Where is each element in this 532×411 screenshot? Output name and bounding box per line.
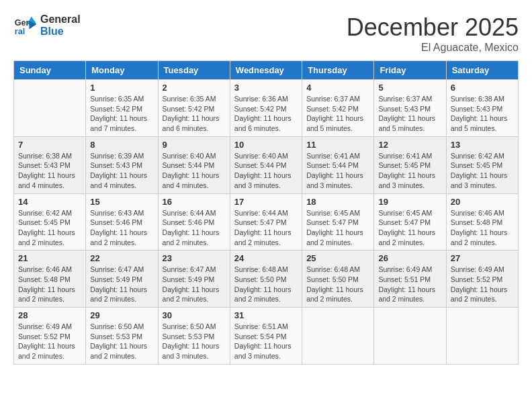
calendar-header-row: SundayMondayTuesdayWednesdayThursdayFrid…	[14, 61, 519, 80]
day-number: 5	[378, 83, 441, 93]
day-number: 2	[163, 83, 226, 93]
day-number: 4	[306, 83, 369, 93]
calendar-table: SundayMondayTuesdayWednesdayThursdayFrid…	[13, 60, 519, 365]
day-number: 8	[90, 140, 153, 150]
title-block: December 2025 El Aguacate, Mexico	[347, 13, 519, 54]
day-info: Sunrise: 6:46 AM Sunset: 5:48 PM Dayligh…	[451, 208, 514, 248]
calendar-week-row: 1Sunrise: 6:35 AM Sunset: 5:42 PM Daylig…	[14, 80, 519, 137]
day-number: 13	[451, 140, 514, 150]
calendar-cell: 6Sunrise: 6:38 AM Sunset: 5:43 PM Daylig…	[446, 80, 518, 137]
day-info: Sunrise: 6:35 AM Sunset: 5:42 PM Dayligh…	[163, 94, 226, 134]
day-number: 28	[18, 310, 81, 320]
day-number: 29	[90, 310, 153, 320]
day-number: 6	[451, 83, 514, 93]
logo-icon: Gene ral	[13, 13, 38, 38]
day-info: Sunrise: 6:45 AM Sunset: 5:47 PM Dayligh…	[378, 208, 441, 248]
day-number: 16	[163, 197, 226, 207]
calendar-week-row: 21Sunrise: 6:46 AM Sunset: 5:48 PM Dayli…	[14, 250, 519, 308]
calendar-cell: 27Sunrise: 6:49 AM Sunset: 5:52 PM Dayli…	[446, 250, 518, 308]
calendar-cell: 21Sunrise: 6:46 AM Sunset: 5:48 PM Dayli…	[14, 250, 86, 308]
day-number: 20	[451, 197, 514, 207]
calendar-cell: 4Sunrise: 6:37 AM Sunset: 5:42 PM Daylig…	[302, 80, 374, 137]
day-number: 25	[306, 253, 369, 263]
day-number: 17	[234, 197, 298, 207]
day-header-wednesday: Wednesday	[230, 61, 302, 80]
day-number: 14	[18, 197, 81, 207]
day-info: Sunrise: 6:46 AM Sunset: 5:48 PM Dayligh…	[18, 265, 81, 304]
day-info: Sunrise: 6:39 AM Sunset: 5:43 PM Dayligh…	[90, 151, 153, 191]
calendar-cell: 28Sunrise: 6:49 AM Sunset: 5:52 PM Dayli…	[14, 308, 86, 365]
day-info: Sunrise: 6:48 AM Sunset: 5:50 PM Dayligh…	[306, 265, 369, 304]
day-info: Sunrise: 6:44 AM Sunset: 5:47 PM Dayligh…	[234, 208, 298, 248]
day-number: 26	[378, 253, 441, 263]
day-number: 15	[90, 197, 153, 207]
day-info: Sunrise: 6:49 AM Sunset: 5:52 PM Dayligh…	[18, 322, 81, 361]
day-info: Sunrise: 6:51 AM Sunset: 5:54 PM Dayligh…	[234, 322, 298, 361]
calendar-cell	[302, 308, 374, 365]
calendar-week-row: 7Sunrise: 6:38 AM Sunset: 5:43 PM Daylig…	[14, 136, 519, 193]
day-number: 22	[90, 253, 153, 263]
day-info: Sunrise: 6:42 AM Sunset: 5:45 PM Dayligh…	[451, 151, 514, 191]
calendar-cell: 5Sunrise: 6:37 AM Sunset: 5:43 PM Daylig…	[374, 80, 446, 137]
day-info: Sunrise: 6:40 AM Sunset: 5:44 PM Dayligh…	[163, 151, 226, 191]
day-number: 24	[234, 253, 298, 263]
calendar-cell: 18Sunrise: 6:45 AM Sunset: 5:47 PM Dayli…	[302, 193, 374, 250]
calendar-cell: 24Sunrise: 6:48 AM Sunset: 5:50 PM Dayli…	[230, 250, 302, 308]
calendar-cell	[374, 308, 446, 365]
logo-text-line2: Blue	[40, 26, 81, 38]
calendar-week-row: 28Sunrise: 6:49 AM Sunset: 5:52 PM Dayli…	[14, 308, 519, 365]
day-header-sunday: Sunday	[14, 61, 86, 80]
calendar-cell: 10Sunrise: 6:40 AM Sunset: 5:44 PM Dayli…	[230, 136, 302, 193]
day-info: Sunrise: 6:49 AM Sunset: 5:52 PM Dayligh…	[451, 265, 514, 304]
day-number: 23	[163, 253, 226, 263]
day-info: Sunrise: 6:41 AM Sunset: 5:44 PM Dayligh…	[306, 151, 369, 191]
calendar-cell: 23Sunrise: 6:47 AM Sunset: 5:49 PM Dayli…	[158, 250, 230, 308]
day-info: Sunrise: 6:47 AM Sunset: 5:49 PM Dayligh…	[90, 265, 153, 304]
calendar-cell: 8Sunrise: 6:39 AM Sunset: 5:43 PM Daylig…	[86, 136, 158, 193]
day-info: Sunrise: 6:35 AM Sunset: 5:42 PM Dayligh…	[90, 94, 153, 134]
page-header: Gene ral General Blue December 2025 El A…	[13, 13, 519, 54]
day-info: Sunrise: 6:50 AM Sunset: 5:53 PM Dayligh…	[90, 322, 153, 361]
location: El Aguacate, Mexico	[347, 42, 519, 54]
calendar-cell: 1Sunrise: 6:35 AM Sunset: 5:42 PM Daylig…	[86, 80, 158, 137]
month-title: December 2025	[347, 13, 519, 42]
day-number: 27	[451, 253, 514, 263]
day-info: Sunrise: 6:45 AM Sunset: 5:47 PM Dayligh…	[306, 208, 369, 248]
day-info: Sunrise: 6:37 AM Sunset: 5:42 PM Dayligh…	[306, 94, 369, 134]
day-number: 18	[306, 197, 369, 207]
calendar-cell	[14, 80, 86, 137]
calendar-cell	[446, 308, 518, 365]
calendar-cell: 26Sunrise: 6:49 AM Sunset: 5:51 PM Dayli…	[374, 250, 446, 308]
calendar-cell: 20Sunrise: 6:46 AM Sunset: 5:48 PM Dayli…	[446, 193, 518, 250]
day-number: 12	[378, 140, 441, 150]
day-info: Sunrise: 6:49 AM Sunset: 5:51 PM Dayligh…	[378, 265, 441, 304]
calendar-cell: 9Sunrise: 6:40 AM Sunset: 5:44 PM Daylig…	[158, 136, 230, 193]
calendar-cell: 2Sunrise: 6:35 AM Sunset: 5:42 PM Daylig…	[158, 80, 230, 137]
logo-text-line1: General	[40, 13, 81, 26]
day-number: 10	[234, 140, 298, 150]
calendar-cell: 25Sunrise: 6:48 AM Sunset: 5:50 PM Dayli…	[302, 250, 374, 308]
calendar-cell: 30Sunrise: 6:50 AM Sunset: 5:53 PM Dayli…	[158, 308, 230, 365]
day-header-monday: Monday	[86, 61, 158, 80]
day-number: 9	[163, 140, 226, 150]
calendar-cell: 22Sunrise: 6:47 AM Sunset: 5:49 PM Dayli…	[86, 250, 158, 308]
calendar-cell: 7Sunrise: 6:38 AM Sunset: 5:43 PM Daylig…	[14, 136, 86, 193]
day-number: 3	[234, 83, 298, 93]
day-header-tuesday: Tuesday	[158, 61, 230, 80]
calendar-cell: 29Sunrise: 6:50 AM Sunset: 5:53 PM Dayli…	[86, 308, 158, 365]
logo: Gene ral General Blue	[13, 13, 81, 38]
calendar-cell: 13Sunrise: 6:42 AM Sunset: 5:45 PM Dayli…	[446, 136, 518, 193]
calendar-cell: 3Sunrise: 6:36 AM Sunset: 5:42 PM Daylig…	[230, 80, 302, 137]
day-number: 1	[90, 83, 153, 93]
day-info: Sunrise: 6:47 AM Sunset: 5:49 PM Dayligh…	[163, 265, 226, 304]
day-info: Sunrise: 6:38 AM Sunset: 5:43 PM Dayligh…	[18, 151, 81, 191]
calendar-cell: 17Sunrise: 6:44 AM Sunset: 5:47 PM Dayli…	[230, 193, 302, 250]
day-number: 19	[378, 197, 441, 207]
day-header-thursday: Thursday	[302, 61, 374, 80]
calendar-cell: 31Sunrise: 6:51 AM Sunset: 5:54 PM Dayli…	[230, 308, 302, 365]
day-info: Sunrise: 6:48 AM Sunset: 5:50 PM Dayligh…	[234, 265, 298, 304]
day-info: Sunrise: 6:41 AM Sunset: 5:45 PM Dayligh…	[378, 151, 441, 191]
day-info: Sunrise: 6:40 AM Sunset: 5:44 PM Dayligh…	[234, 151, 298, 191]
day-info: Sunrise: 6:37 AM Sunset: 5:43 PM Dayligh…	[378, 94, 441, 134]
calendar-cell: 16Sunrise: 6:44 AM Sunset: 5:46 PM Dayli…	[158, 193, 230, 250]
